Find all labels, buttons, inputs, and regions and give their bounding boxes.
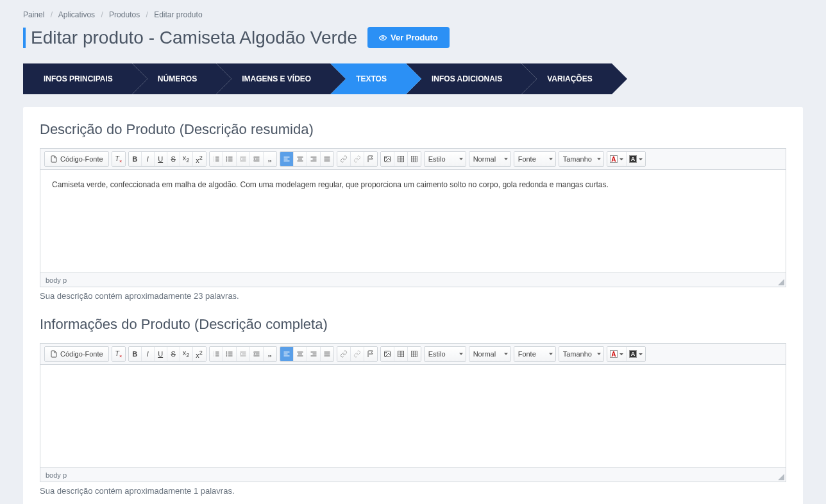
style-select[interactable]: Estilo bbox=[425, 347, 466, 361]
source-button[interactable]: Código-Fonte bbox=[45, 347, 108, 361]
link-icon bbox=[340, 155, 348, 163]
text-color-button[interactable]: A bbox=[607, 347, 627, 361]
source-button[interactable]: Código-Fonte bbox=[45, 152, 108, 166]
clear-format-icon: T× bbox=[115, 155, 122, 164]
grid-icon bbox=[410, 350, 418, 358]
caret-down-icon bbox=[597, 353, 601, 355]
align-right-icon bbox=[310, 155, 317, 163]
bold-button[interactable]: B bbox=[129, 152, 142, 166]
unlink-button[interactable] bbox=[351, 347, 364, 361]
align-right-button[interactable] bbox=[307, 152, 321, 166]
italic-button[interactable]: I bbox=[142, 347, 155, 361]
quote-icon: ,, bbox=[268, 155, 272, 163]
anchor-button[interactable] bbox=[364, 152, 377, 166]
align-left-icon bbox=[283, 350, 291, 358]
caret-down-icon bbox=[620, 353, 623, 355]
caret-down-icon bbox=[504, 158, 508, 160]
link-button[interactable] bbox=[337, 347, 351, 361]
align-center-button[interactable] bbox=[294, 347, 307, 361]
blockquote-button[interactable]: ,, bbox=[264, 152, 276, 166]
table-button[interactable] bbox=[394, 347, 408, 361]
page-title: Editar produto - Camiseta Algodão Verde bbox=[23, 28, 357, 48]
italic-button[interactable]: I bbox=[142, 152, 155, 166]
indent-button[interactable] bbox=[250, 347, 264, 361]
ul-button[interactable] bbox=[223, 347, 237, 361]
bg-color-button[interactable]: A bbox=[627, 347, 645, 361]
caret-down-icon bbox=[639, 158, 643, 160]
anchor-button[interactable] bbox=[364, 347, 377, 361]
outdent-icon bbox=[239, 350, 247, 358]
resize-grip[interactable] bbox=[777, 278, 784, 285]
image-button[interactable] bbox=[381, 152, 394, 166]
format-select[interactable]: Normal bbox=[469, 347, 510, 361]
short-word-count: Sua descrição contém aproximadamente 23 … bbox=[40, 291, 786, 301]
indent-button[interactable] bbox=[250, 152, 264, 166]
ol-button[interactable] bbox=[210, 152, 223, 166]
italic-icon: I bbox=[147, 350, 149, 358]
full-word-count: Sua descrição contém aproximadamente 1 p… bbox=[40, 486, 786, 496]
svg-point-29 bbox=[385, 157, 387, 158]
subscript-button[interactable]: x2 bbox=[180, 152, 193, 166]
breadcrumb: Painel / Aplicativos / Produtos / Editar… bbox=[23, 10, 803, 19]
text-color-icon: A bbox=[610, 155, 618, 163]
remove-format-button[interactable]: T× bbox=[112, 152, 125, 166]
form-card: Descrição do Produto (Descrição resumida… bbox=[23, 107, 803, 504]
full-description-title: Informações do Produto (Descrição comple… bbox=[40, 316, 786, 333]
link-button[interactable] bbox=[337, 152, 351, 166]
breadcrumb-painel[interactable]: Painel bbox=[23, 10, 44, 19]
tab-imagens-video[interactable]: IMAGENS E VÍDEO bbox=[216, 63, 330, 94]
underline-icon: U bbox=[158, 155, 163, 163]
align-center-button[interactable] bbox=[294, 152, 307, 166]
size-select[interactable]: Tamanho bbox=[559, 152, 603, 166]
font-select[interactable]: Fonte bbox=[514, 152, 555, 166]
caret-down-icon bbox=[504, 353, 508, 355]
align-justify-button[interactable] bbox=[321, 347, 333, 361]
hr-button[interactable] bbox=[408, 152, 421, 166]
align-justify-button[interactable] bbox=[321, 152, 333, 166]
align-left-icon bbox=[283, 155, 291, 163]
text-color-button[interactable]: A bbox=[607, 152, 627, 166]
size-select[interactable]: Tamanho bbox=[559, 347, 603, 361]
outdent-button[interactable] bbox=[237, 347, 250, 361]
breadcrumb-produtos[interactable]: Produtos bbox=[109, 10, 140, 19]
strike-button[interactable]: S bbox=[167, 347, 180, 361]
bold-button[interactable]: B bbox=[129, 347, 142, 361]
align-justify-icon bbox=[323, 155, 331, 163]
align-left-button[interactable] bbox=[280, 152, 294, 166]
style-select[interactable]: Estilo bbox=[425, 152, 466, 166]
underline-button[interactable]: U bbox=[155, 152, 167, 166]
italic-icon: I bbox=[147, 155, 149, 163]
ol-button[interactable] bbox=[210, 347, 223, 361]
align-left-button[interactable] bbox=[280, 347, 294, 361]
flag-icon bbox=[367, 155, 375, 163]
full-description-textarea[interactable] bbox=[40, 365, 786, 467]
superscript-button[interactable]: x2 bbox=[193, 347, 206, 361]
bg-color-button[interactable]: A bbox=[627, 152, 645, 166]
breadcrumb-aplicativos[interactable]: Aplicativos bbox=[58, 10, 95, 19]
align-right-button[interactable] bbox=[307, 347, 321, 361]
view-product-button[interactable]: Ver Produto bbox=[367, 27, 450, 48]
format-select[interactable]: Normal bbox=[469, 152, 510, 166]
underline-button[interactable]: U bbox=[155, 347, 167, 361]
subscript-button[interactable]: x2 bbox=[180, 347, 193, 361]
remove-format-button[interactable]: T× bbox=[112, 347, 125, 361]
tab-infos-adicionais[interactable]: INFOS ADICIONAIS bbox=[406, 63, 521, 94]
hr-button[interactable] bbox=[408, 347, 421, 361]
tab-infos-principais[interactable]: INFOS PRINCIPAIS bbox=[23, 63, 132, 94]
bold-icon: B bbox=[132, 350, 137, 358]
resize-grip[interactable] bbox=[777, 473, 784, 480]
table-button[interactable] bbox=[394, 152, 408, 166]
ul-button[interactable] bbox=[223, 152, 237, 166]
full-description-editor: Código-Fonte T× B I U S x2 x2 ,, bbox=[40, 343, 786, 482]
strike-button[interactable]: S bbox=[167, 152, 180, 166]
unlink-button[interactable] bbox=[351, 152, 364, 166]
image-button[interactable] bbox=[381, 347, 394, 361]
blockquote-button[interactable]: ,, bbox=[264, 347, 276, 361]
short-description-textarea[interactable]: Camiseta verde, confeccionada em malha d… bbox=[40, 170, 786, 273]
strike-icon: S bbox=[171, 350, 175, 358]
breadcrumb-current: Editar produto bbox=[154, 10, 202, 19]
superscript-button[interactable]: x2 bbox=[193, 152, 206, 166]
outdent-button[interactable] bbox=[237, 152, 250, 166]
font-select[interactable]: Fonte bbox=[514, 347, 555, 361]
caret-down-icon bbox=[549, 353, 553, 355]
